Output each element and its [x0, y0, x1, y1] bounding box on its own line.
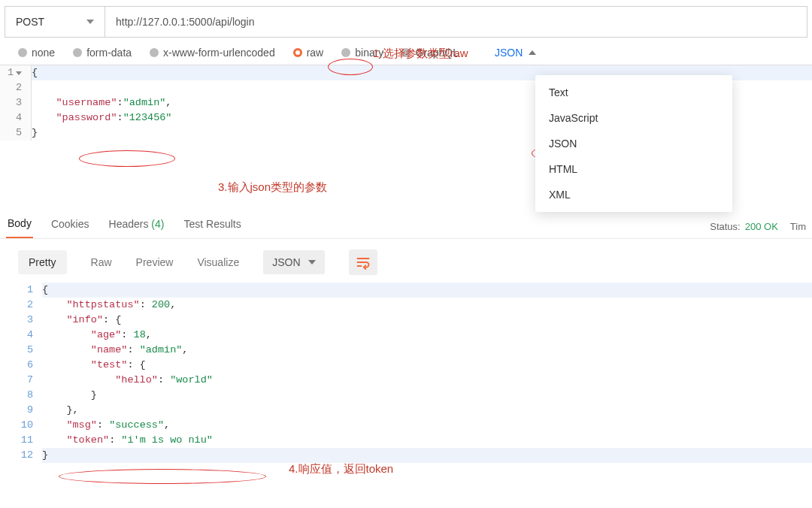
- tab-headers-count: (4): [151, 218, 164, 230]
- dropdown-item-html[interactable]: HTML: [535, 156, 732, 182]
- response-format-select[interactable]: JSON: [263, 250, 324, 274]
- body-type-none-label: none: [32, 47, 55, 59]
- response-status: Status: 200 OK Tim: [710, 221, 806, 232]
- dropdown-item-json[interactable]: JSON: [535, 131, 732, 156]
- wrap-icon: [356, 255, 371, 270]
- radio-on-icon: [293, 48, 302, 57]
- radio-off-icon: [401, 48, 411, 57]
- http-method-select[interactable]: POST: [5, 6, 105, 38]
- body-type-raw-label: raw: [307, 47, 324, 59]
- radio-off-icon: [150, 48, 159, 57]
- body-type-radios: none form-data x-www-form-urlencoded raw…: [0, 45, 812, 65]
- tab-test-results[interactable]: Test Results: [182, 215, 242, 237]
- body-type-binary[interactable]: binary: [341, 47, 383, 59]
- tab-headers-label: Headers: [109, 218, 149, 230]
- body-type-graphql[interactable]: GraphQL: [401, 47, 459, 59]
- body-type-raw[interactable]: raw: [293, 47, 324, 59]
- response-code: { "httpstatus": 200, "info": { "age": 18…: [42, 283, 812, 463]
- wrap-lines-button[interactable]: [349, 249, 377, 275]
- response-gutter: 1 2 3 4 5 6 7 8 9 10 11 12: [0, 283, 42, 463]
- annotation-ellipse-token: [59, 469, 266, 484]
- response-format-label: JSON: [272, 256, 300, 268]
- body-type-form-data-label: form-data: [86, 47, 132, 59]
- view-raw[interactable]: Raw: [91, 256, 112, 268]
- language-dropdown: Text JavaScript JSON HTML XML: [535, 75, 732, 212]
- view-visualize[interactable]: Visualize: [197, 256, 239, 268]
- tab-cookies[interactable]: Cookies: [50, 215, 91, 237]
- body-language-label: JSON: [495, 47, 523, 59]
- dropdown-item-text[interactable]: Text: [535, 80, 732, 105]
- time-label: Tim: [790, 221, 806, 232]
- status-value: 200 OK: [745, 221, 778, 232]
- chevron-down-icon: [308, 260, 316, 265]
- tab-body[interactable]: Body: [6, 214, 33, 238]
- status-label: Status:: [710, 221, 740, 232]
- chevron-down-icon: [86, 20, 94, 24]
- view-pretty[interactable]: Pretty: [18, 250, 67, 274]
- body-type-graphql-label: GraphQL: [415, 47, 459, 59]
- dropdown-item-xml[interactable]: XML: [535, 182, 732, 207]
- dropdown-item-javascript[interactable]: JavaScript: [535, 105, 732, 131]
- body-type-form-data[interactable]: form-data: [73, 47, 132, 59]
- url-value: http://127.0.0.1:5000/api/login: [116, 16, 254, 28]
- radio-off-icon: [18, 48, 27, 57]
- annotation-4: 4.响应值，返回token: [289, 462, 393, 476]
- http-method-label: POST: [16, 16, 44, 28]
- view-preview[interactable]: Preview: [136, 256, 174, 268]
- request-gutter: 1 2 3 4 5: [0, 65, 32, 141]
- body-language-select[interactable]: JSON: [495, 47, 536, 59]
- body-type-binary-label: binary: [355, 47, 383, 59]
- body-type-xwww-label: x-www-form-urlencoded: [163, 47, 275, 59]
- tab-headers[interactable]: Headers (4): [108, 215, 166, 237]
- radio-off-icon: [73, 48, 82, 57]
- radio-off-icon: [341, 48, 350, 57]
- body-type-x-www[interactable]: x-www-form-urlencoded: [150, 47, 275, 59]
- triangle-up-icon: [529, 50, 536, 55]
- body-type-none[interactable]: none: [18, 47, 55, 59]
- response-body-editor[interactable]: 1 2 3 4 5 6 7 8 9 10 11 12 { "httpstatus…: [0, 283, 812, 463]
- fold-icon: [16, 71, 22, 75]
- url-input[interactable]: http://127.0.0.1:5000/api/login: [105, 6, 807, 38]
- response-view-tabs: Pretty Raw Preview Visualize JSON: [0, 239, 812, 283]
